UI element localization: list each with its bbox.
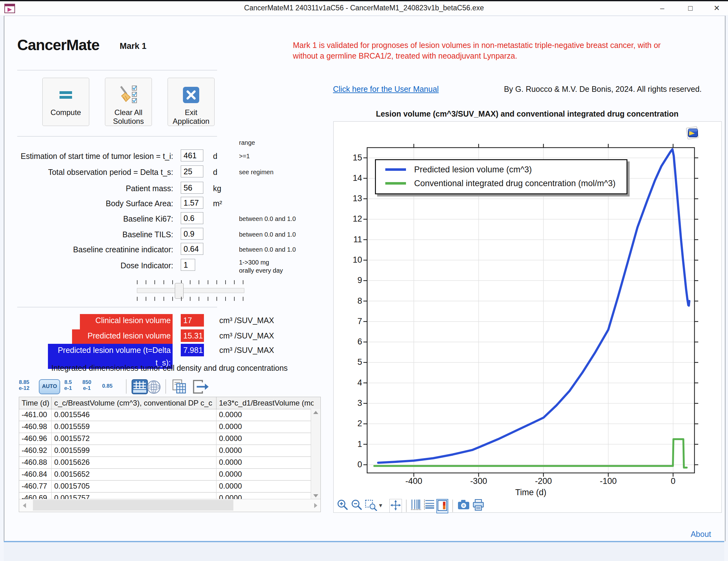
plot-area[interactable] (367, 148, 694, 473)
precision-display-button-3[interactable]: 850 e-1 (82, 379, 91, 391)
toolbar-separator (165, 379, 166, 394)
table-display-icon[interactable] (132, 379, 148, 396)
exit-button-label: Exit Application (169, 108, 213, 126)
axis-window-icon[interactable] (436, 499, 448, 513)
toolbar-separator (406, 500, 407, 512)
legend-entry-lesion-volume: Predicted lesion volume (cm^3) (385, 163, 623, 176)
scroll-left-icon[interactable] (23, 503, 26, 508)
x-axis-log-icon[interactable] (410, 499, 422, 513)
range-hint-line2: orally every day (239, 266, 283, 274)
window-title: CancerMateM1 240311v1aC56 - CancerMateM1… (0, 4, 728, 12)
exit-application-button[interactable]: Exit Application (168, 78, 215, 126)
maximize-button[interactable]: □ (682, 2, 699, 14)
clinical-lesion-volume-value[interactable]: 17 (181, 314, 204, 327)
y-tick-label: 11 (338, 235, 362, 244)
body-surface-area-input[interactable] (181, 197, 203, 209)
copyright-text: By G. Ruocco & M.V. De Bonis, 2024. All … (482, 85, 702, 94)
y-tick-label: 6 (338, 337, 362, 347)
table-horizontal-scrollbar[interactable] (19, 499, 320, 512)
patient-mass-input[interactable] (181, 182, 203, 194)
x-tick-label: -300 (460, 476, 497, 486)
form-row-baseline-creatinine: Baseline creatinine indicator: between 0… (0, 242, 326, 257)
app-title: CancerMate (17, 36, 99, 54)
predicted-lesion-volume-t0-value[interactable]: 15.31 (181, 330, 204, 342)
scrollbar-thumb[interactable] (33, 500, 233, 511)
y-tick-label: 14 (338, 173, 362, 183)
scroll-right-icon[interactable] (314, 503, 317, 508)
table-row: -460.980.00155590.0000 (19, 421, 320, 433)
snapshot-camera-icon[interactable] (457, 499, 470, 512)
zoom-out-icon[interactable] (351, 499, 363, 512)
minimize-button[interactable]: – (653, 2, 671, 14)
dose-slider-thumb[interactable] (175, 283, 184, 299)
compute-button[interactable]: Compute (42, 78, 89, 126)
field-label: Baseline Ki67: (0, 211, 173, 226)
dose-indicator-input[interactable] (181, 259, 195, 271)
plot-window-icon (684, 126, 700, 140)
y-axis-log-icon[interactable] (424, 499, 435, 513)
result-unit: cm³ /SUV_MAX (219, 344, 274, 356)
slider-ticks-bottom (137, 297, 244, 301)
x-tick-label: -400 (395, 476, 433, 486)
y-tick-label: 15 (338, 153, 362, 163)
observation-period-input[interactable] (181, 165, 203, 177)
validation-text-line2: without a germline BRCA1/2, treated with… (293, 50, 713, 61)
column-header-time: Time (d) (19, 397, 52, 409)
form-row-observation-period: Total observation period = Delta t_s: d … (0, 165, 326, 179)
baseline-ki67-input[interactable] (181, 212, 203, 224)
scroll-down-icon[interactable] (313, 494, 318, 497)
table-vertical-scrollbar[interactable] (311, 409, 320, 499)
clear-all-solutions-button[interactable]: Clear All Solutions (105, 78, 152, 126)
legend-label: Predicted lesion volume (cm^3) (414, 163, 532, 176)
field-label: Baseline creatinine indicator: (0, 242, 173, 257)
close-button[interactable]: ✕ (708, 2, 725, 14)
zoom-options-caret-icon[interactable]: ▾ (379, 501, 382, 509)
start-time-input[interactable] (181, 149, 203, 161)
table-row: -461.000.00155460.0000 (19, 409, 320, 421)
field-label: Baseline TILS: (0, 227, 173, 241)
y-tick-label: 1 (338, 439, 362, 449)
result-row-predicted-volume-ts: Predicted lesion volume (t=Delta t_s): 7… (0, 344, 326, 356)
divider (17, 70, 217, 70)
column-header-cc: c_c/BreastVolume (cm^3), conventional DP… (52, 397, 216, 409)
legend-line-sample (385, 182, 406, 184)
sphere-display-icon[interactable] (147, 380, 161, 396)
form-row-patient-mass: Patient mass: kg (0, 181, 326, 195)
range-hint: see regimen (239, 165, 273, 179)
result-row-clinical-volume: Clinical lesion volume (t=0): 17 cm³ /SU… (0, 314, 326, 327)
precision-display-button-2[interactable]: 8.5 e-1 (64, 379, 72, 391)
predicted-lesion-volume-ts-value[interactable]: 7.981 (181, 344, 204, 356)
about-link[interactable]: About (673, 530, 711, 539)
range-hint: >=1 (239, 149, 250, 163)
precision-display-button-1[interactable]: 8.85 e-12 (19, 379, 29, 391)
compute-button-label: Compute (44, 108, 88, 117)
baseline-creatinine-input[interactable] (181, 243, 203, 255)
x-axis-title: Time (d) (367, 488, 694, 497)
divider (17, 307, 217, 308)
table-header-row: Time (d) c_c/BreastVolume (cm^3), conven… (19, 397, 320, 409)
toolbar-separator (126, 379, 127, 394)
zoom-box-icon[interactable] (365, 499, 377, 512)
field-label: Dose Indicator: (0, 258, 173, 273)
copy-table-icon[interactable] (172, 379, 187, 396)
baseline-tils-input[interactable] (181, 228, 203, 240)
print-icon[interactable] (472, 499, 484, 512)
auto-precision-button[interactable]: AUTO (39, 379, 60, 394)
application-window: CancerMateM1 240311v1aC56 - CancerMateM1… (0, 0, 728, 561)
form-row-dose-indicator: Dose Indicator: 1->300 mg orally every d… (0, 258, 326, 273)
scroll-up-icon[interactable] (313, 411, 318, 414)
broom-checklist-icon (105, 85, 152, 105)
y-tick-label: 4 (338, 378, 362, 388)
fit-view-icon[interactable] (389, 499, 402, 513)
dose-slider-track[interactable] (137, 288, 244, 293)
precision-display-button-4[interactable]: 0.85 (102, 379, 112, 393)
zoom-in-icon[interactable] (337, 499, 349, 512)
export-table-icon[interactable] (192, 379, 209, 396)
result-unit: cm³ /SUV_MAX (219, 314, 274, 327)
user-manual-link[interactable]: Click here for the User Manual (333, 85, 439, 94)
y-tick-label: 9 (338, 275, 362, 285)
table-row: -460.960.00155720.0000 (19, 433, 320, 445)
y-tick-label: 0 (338, 460, 362, 470)
column-header-cd1: 1e3*c_d1/BreastVolume (mo (216, 397, 314, 409)
field-label: Body Surface Area: (0, 196, 173, 210)
